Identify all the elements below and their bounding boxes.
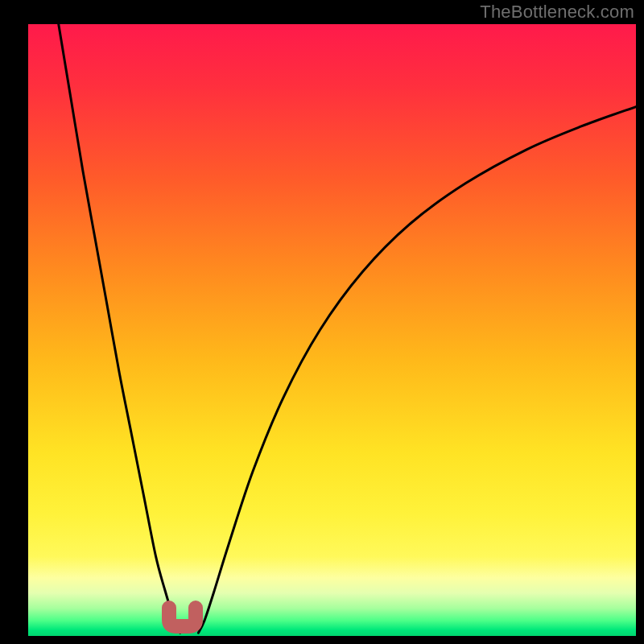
plot-area	[28, 24, 636, 636]
plot-svg	[28, 24, 636, 636]
watermark-text: TheBottleneck.com	[480, 2, 634, 23]
chart-frame: TheBottleneck.com	[0, 0, 644, 644]
gradient-background	[28, 24, 636, 636]
